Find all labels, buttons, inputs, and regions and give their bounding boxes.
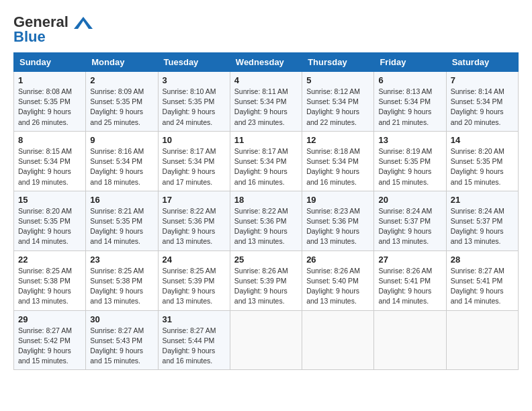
day-number: 7	[451, 75, 514, 85]
logo-blue: Blue	[13, 28, 46, 46]
day-number: 19	[306, 195, 369, 205]
calendar-cell: 21Sunrise: 8:24 AM Sunset: 5:37 PM Dayli…	[446, 191, 518, 250]
calendar-cell: 17Sunrise: 8:22 AM Sunset: 5:36 PM Dayli…	[158, 191, 230, 250]
calendar-cell: 3Sunrise: 8:10 AM Sunset: 5:35 PM Daylig…	[158, 72, 230, 132]
calendar-cell	[446, 310, 518, 370]
calendar-cell: 18Sunrise: 8:22 AM Sunset: 5:36 PM Dayli…	[230, 191, 302, 250]
day-number: 1	[18, 75, 81, 85]
day-info: Sunrise: 8:18 AM Sunset: 5:34 PM Dayligh…	[306, 146, 369, 187]
day-info: Sunrise: 8:25 AM Sunset: 5:38 PM Dayligh…	[18, 266, 81, 307]
day-info: Sunrise: 8:20 AM Sunset: 5:35 PM Dayligh…	[451, 146, 514, 187]
column-header-monday: Monday	[86, 53, 158, 72]
day-info: Sunrise: 8:17 AM Sunset: 5:34 PM Dayligh…	[234, 146, 298, 187]
day-number: 17	[163, 195, 226, 205]
calendar-cell: 19Sunrise: 8:23 AM Sunset: 5:36 PM Dayli…	[302, 191, 374, 250]
calendar-cell: 29Sunrise: 8:27 AM Sunset: 5:42 PM Dayli…	[14, 310, 86, 370]
column-header-sunday: Sunday	[14, 53, 86, 72]
day-info: Sunrise: 8:09 AM Sunset: 5:35 PM Dayligh…	[90, 87, 153, 128]
day-info: Sunrise: 8:26 AM Sunset: 5:39 PM Dayligh…	[234, 266, 298, 307]
day-info: Sunrise: 8:26 AM Sunset: 5:41 PM Dayligh…	[378, 266, 441, 307]
calendar-cell: 7Sunrise: 8:14 AM Sunset: 5:34 PM Daylig…	[446, 72, 518, 132]
day-number: 18	[234, 195, 298, 205]
day-number: 24	[163, 255, 226, 265]
calendar-cell: 1Sunrise: 8:08 AM Sunset: 5:35 PM Daylig…	[14, 72, 86, 132]
calendar-cell: 13Sunrise: 8:19 AM Sunset: 5:35 PM Dayli…	[374, 131, 446, 191]
day-info: Sunrise: 8:21 AM Sunset: 5:35 PM Dayligh…	[90, 206, 153, 247]
day-number: 5	[306, 75, 369, 85]
day-info: Sunrise: 8:12 AM Sunset: 5:34 PM Dayligh…	[306, 87, 369, 128]
day-number: 15	[18, 195, 81, 205]
calendar-week-row: 1Sunrise: 8:08 AM Sunset: 5:35 PM Daylig…	[14, 72, 519, 132]
calendar-cell: 25Sunrise: 8:26 AM Sunset: 5:39 PM Dayli…	[230, 250, 302, 310]
calendar-week-row: 29Sunrise: 8:27 AM Sunset: 5:42 PM Dayli…	[14, 310, 519, 370]
day-info: Sunrise: 8:11 AM Sunset: 5:34 PM Dayligh…	[234, 87, 298, 128]
calendar-cell: 10Sunrise: 8:17 AM Sunset: 5:34 PM Dayli…	[158, 131, 230, 191]
day-number: 20	[378, 195, 441, 205]
day-number: 3	[163, 75, 226, 85]
day-number: 28	[451, 255, 514, 265]
day-info: Sunrise: 8:25 AM Sunset: 5:38 PM Dayligh…	[90, 266, 153, 307]
calendar-cell: 26Sunrise: 8:26 AM Sunset: 5:40 PM Dayli…	[302, 250, 374, 310]
day-number: 13	[378, 135, 441, 145]
day-info: Sunrise: 8:23 AM Sunset: 5:36 PM Dayligh…	[306, 206, 369, 247]
calendar-cell: 4Sunrise: 8:11 AM Sunset: 5:34 PM Daylig…	[230, 72, 302, 132]
day-info: Sunrise: 8:13 AM Sunset: 5:34 PM Dayligh…	[378, 87, 441, 128]
column-header-thursday: Thursday	[302, 53, 374, 72]
day-number: 4	[234, 75, 298, 85]
calendar-cell: 14Sunrise: 8:20 AM Sunset: 5:35 PM Dayli…	[446, 131, 518, 191]
day-info: Sunrise: 8:10 AM Sunset: 5:35 PM Dayligh…	[163, 87, 226, 128]
day-number: 2	[90, 75, 153, 85]
day-number: 12	[306, 135, 369, 145]
day-info: Sunrise: 8:24 AM Sunset: 5:37 PM Dayligh…	[378, 206, 441, 247]
calendar-cell: 30Sunrise: 8:27 AM Sunset: 5:43 PM Dayli…	[86, 310, 158, 370]
calendar-cell	[374, 310, 446, 370]
logo-icon	[74, 17, 93, 29]
day-info: Sunrise: 8:27 AM Sunset: 5:44 PM Dayligh…	[163, 326, 226, 367]
day-info: Sunrise: 8:19 AM Sunset: 5:35 PM Dayligh…	[378, 146, 441, 187]
calendar-cell: 11Sunrise: 8:17 AM Sunset: 5:34 PM Dayli…	[230, 131, 302, 191]
day-info: Sunrise: 8:24 AM Sunset: 5:37 PM Dayligh…	[451, 206, 514, 247]
column-header-wednesday: Wednesday	[230, 53, 302, 72]
calendar-week-row: 22Sunrise: 8:25 AM Sunset: 5:38 PM Dayli…	[14, 250, 519, 310]
day-info: Sunrise: 8:17 AM Sunset: 5:34 PM Dayligh…	[163, 146, 226, 187]
day-info: Sunrise: 8:08 AM Sunset: 5:35 PM Dayligh…	[18, 87, 81, 128]
calendar-cell: 8Sunrise: 8:15 AM Sunset: 5:34 PM Daylig…	[14, 131, 86, 191]
day-info: Sunrise: 8:25 AM Sunset: 5:39 PM Dayligh…	[163, 266, 226, 307]
calendar-week-row: 8Sunrise: 8:15 AM Sunset: 5:34 PM Daylig…	[14, 131, 519, 191]
day-number: 6	[378, 75, 441, 85]
page-header: General Blue	[13, 13, 519, 46]
day-number: 30	[90, 314, 153, 324]
day-number: 22	[18, 255, 81, 265]
calendar-cell: 5Sunrise: 8:12 AM Sunset: 5:34 PM Daylig…	[302, 72, 374, 132]
calendar-cell: 12Sunrise: 8:18 AM Sunset: 5:34 PM Dayli…	[302, 131, 374, 191]
calendar-cell	[302, 310, 374, 370]
day-info: Sunrise: 8:27 AM Sunset: 5:41 PM Dayligh…	[451, 266, 514, 307]
day-number: 26	[306, 255, 369, 265]
calendar-cell: 16Sunrise: 8:21 AM Sunset: 5:35 PM Dayli…	[86, 191, 158, 250]
day-number: 21	[451, 195, 514, 205]
calendar-body: 1Sunrise: 8:08 AM Sunset: 5:35 PM Daylig…	[14, 72, 519, 370]
day-info: Sunrise: 8:27 AM Sunset: 5:42 PM Dayligh…	[18, 326, 81, 367]
day-number: 11	[234, 135, 298, 145]
calendar-cell: 24Sunrise: 8:25 AM Sunset: 5:39 PM Dayli…	[158, 250, 230, 310]
calendar-cell: 22Sunrise: 8:25 AM Sunset: 5:38 PM Dayli…	[14, 250, 86, 310]
calendar-cell	[230, 310, 302, 370]
calendar-cell: 23Sunrise: 8:25 AM Sunset: 5:38 PM Dayli…	[86, 250, 158, 310]
day-info: Sunrise: 8:26 AM Sunset: 5:40 PM Dayligh…	[306, 266, 369, 307]
day-info: Sunrise: 8:22 AM Sunset: 5:36 PM Dayligh…	[163, 206, 226, 247]
day-number: 16	[90, 195, 153, 205]
day-number: 31	[163, 314, 226, 324]
calendar-cell: 28Sunrise: 8:27 AM Sunset: 5:41 PM Dayli…	[446, 250, 518, 310]
day-number: 29	[18, 314, 81, 324]
calendar-cell: 9Sunrise: 8:16 AM Sunset: 5:34 PM Daylig…	[86, 131, 158, 191]
day-info: Sunrise: 8:14 AM Sunset: 5:34 PM Dayligh…	[451, 87, 514, 128]
calendar-table: SundayMondayTuesdayWednesdayThursdayFrid…	[13, 52, 519, 370]
day-number: 10	[163, 135, 226, 145]
calendar-cell: 2Sunrise: 8:09 AM Sunset: 5:35 PM Daylig…	[86, 72, 158, 132]
column-header-friday: Friday	[374, 53, 446, 72]
calendar-cell: 6Sunrise: 8:13 AM Sunset: 5:34 PM Daylig…	[374, 72, 446, 132]
day-number: 9	[90, 135, 153, 145]
day-info: Sunrise: 8:20 AM Sunset: 5:35 PM Dayligh…	[18, 206, 81, 247]
day-number: 8	[18, 135, 81, 145]
logo: General Blue	[13, 13, 93, 46]
